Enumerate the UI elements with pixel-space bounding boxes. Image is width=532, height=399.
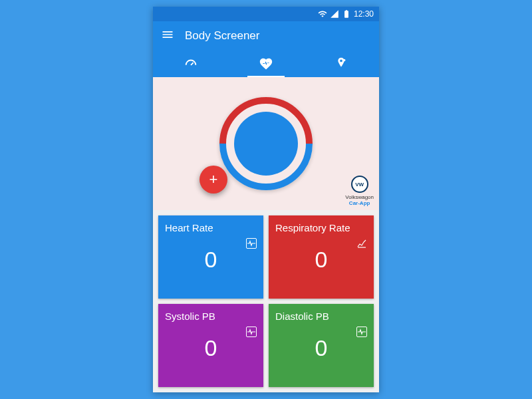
tab-location[interactable] bbox=[304, 51, 379, 77]
plus-icon: + bbox=[209, 171, 218, 188]
app-bar: Body Screener bbox=[153, 21, 379, 51]
pulse-icon bbox=[246, 238, 257, 249]
app-title: Body Screener bbox=[185, 29, 259, 43]
pulse-icon bbox=[356, 327, 367, 337]
hero-panel: + Volkswagon Car-App bbox=[153, 77, 379, 210]
status-bar: 12:30 bbox=[153, 7, 379, 21]
svg-line-0 bbox=[191, 63, 194, 65]
menu-icon[interactable] bbox=[161, 28, 174, 44]
card-value: 0 bbox=[275, 335, 367, 361]
svg-point-4 bbox=[234, 112, 298, 176]
vw-logo-icon bbox=[351, 176, 368, 193]
card-systolic-pb[interactable]: Systolic PB 0 bbox=[158, 304, 263, 387]
card-label: Heart Rate bbox=[165, 222, 257, 233]
card-label: Systolic PB bbox=[165, 311, 257, 322]
tab-bar bbox=[153, 51, 379, 77]
chart-icon bbox=[356, 238, 367, 249]
card-heart-rate[interactable]: Heart Rate 0 bbox=[158, 215, 263, 299]
card-respiratory-rate[interactable]: Respiratory Rate 0 bbox=[269, 215, 374, 299]
sponsor-name: Volkswagon bbox=[345, 194, 374, 200]
metrics-grid: Heart Rate 0 Respiratory Rate 0 Systolic… bbox=[153, 210, 379, 392]
wifi-icon bbox=[318, 9, 327, 19]
phone-frame: 12:30 Body Screener + bbox=[153, 7, 379, 392]
signal-icon bbox=[330, 9, 339, 19]
svg-point-1 bbox=[343, 59, 346, 62]
card-label: Diastolic PB bbox=[275, 311, 367, 322]
card-diastolic-pb[interactable]: Diastolic PB 0 bbox=[269, 304, 374, 387]
card-value: 0 bbox=[275, 247, 367, 273]
card-value: 0 bbox=[165, 247, 257, 273]
tab-speed[interactable] bbox=[153, 51, 228, 77]
sponsor-sub: Car-App bbox=[345, 200, 374, 206]
tab-health[interactable] bbox=[228, 51, 303, 77]
card-label: Respiratory Rate bbox=[275, 222, 367, 233]
progress-ring bbox=[219, 97, 313, 190]
add-button[interactable]: + bbox=[200, 166, 227, 194]
card-value: 0 bbox=[165, 335, 257, 361]
sponsor-badge[interactable]: Volkswagon Car-App bbox=[345, 176, 374, 206]
clock: 12:30 bbox=[354, 9, 374, 19]
pulse-icon bbox=[246, 327, 257, 337]
battery-icon bbox=[342, 9, 351, 19]
